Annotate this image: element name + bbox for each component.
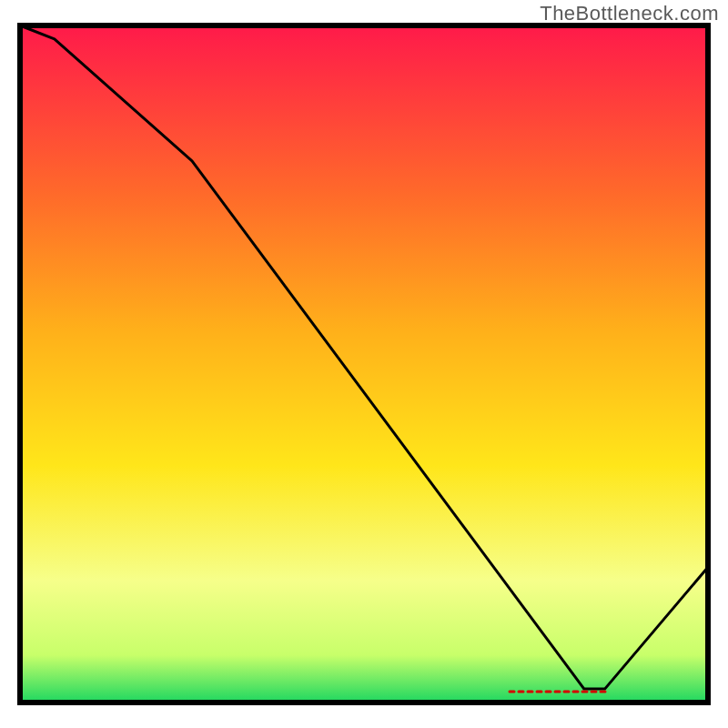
bottleneck-chart	[0, 0, 728, 728]
plot-area	[20, 25, 708, 703]
gradient-background	[20, 25, 708, 703]
watermark-text: TheBottleneck.com	[540, 2, 719, 25]
